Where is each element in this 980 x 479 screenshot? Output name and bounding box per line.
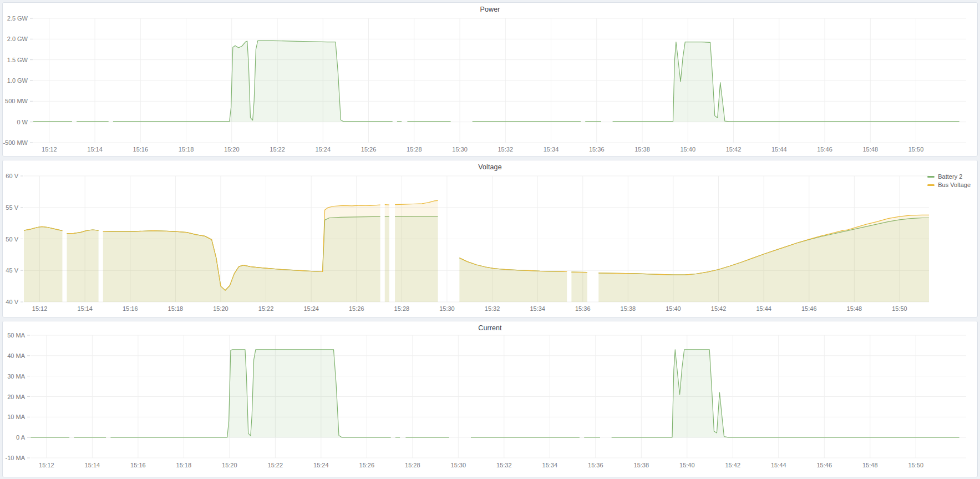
y-tick-label: 2.5 GW xyxy=(7,15,28,22)
series-line xyxy=(612,350,959,437)
x-tick-label: 15:12 xyxy=(39,462,54,468)
x-tick-label: 15:14 xyxy=(85,462,100,468)
x-tick-label: 15:32 xyxy=(498,146,514,153)
power-chart-plot[interactable]: -500 MW0 W500 MW1.0 GW1.5 GW2.0 GW2.5 GW… xyxy=(3,3,977,156)
y-tick-label: 40 MA xyxy=(7,352,25,359)
x-tick-label: 15:28 xyxy=(407,146,422,153)
x-tick-label: 15:40 xyxy=(679,462,695,468)
series-fill xyxy=(110,350,390,437)
x-tick-label: 15:32 xyxy=(485,305,500,312)
x-tick-label: 15:42 xyxy=(726,146,742,153)
y-tick-label: 45 V xyxy=(6,267,18,274)
legend-item-bus-voltage[interactable]: Bus Voltage xyxy=(927,181,971,189)
x-tick-label: 15:48 xyxy=(862,462,878,468)
x-tick-label: 15:20 xyxy=(222,462,237,468)
series-fill xyxy=(598,215,942,302)
series-fill xyxy=(612,350,959,437)
y-tick-label: 2.0 GW xyxy=(7,36,28,42)
y-tick-label: 20 MA xyxy=(7,394,25,400)
x-tick-label: 15:26 xyxy=(361,146,377,153)
x-tick-label: 15:24 xyxy=(316,146,331,153)
x-tick-label: 15:32 xyxy=(496,462,512,468)
series-fill xyxy=(67,230,99,302)
x-tick-label: 15:16 xyxy=(130,462,146,468)
current-chart-plot[interactable]: -10 MA0 A10 MA20 MA30 MA40 MA50 MA15:121… xyxy=(3,321,977,477)
x-tick-label: 15:36 xyxy=(588,462,603,468)
y-tick-label: 1.5 GW xyxy=(7,57,28,63)
y-tick-label: 50 MA xyxy=(7,332,25,339)
x-tick-label: 15:36 xyxy=(589,146,605,153)
y-tick-label: 55 V xyxy=(6,204,18,211)
x-tick-label: 15:44 xyxy=(771,462,786,468)
x-tick-label: 15:46 xyxy=(801,305,817,312)
bus-voltage-series-color-icon xyxy=(927,184,935,186)
x-tick-label: 15:44 xyxy=(771,146,787,153)
x-tick-label: 15:22 xyxy=(270,146,285,153)
x-tick-label: 15:12 xyxy=(32,305,48,312)
x-tick-label: 15:38 xyxy=(621,305,636,312)
x-tick-label: 15:14 xyxy=(87,146,103,153)
voltage-legend: Battery 2 Bus Voltage xyxy=(927,173,971,189)
x-tick-label: 15:16 xyxy=(133,146,149,153)
battery-2-series-color-icon xyxy=(927,176,935,178)
y-tick-label: -10 MA xyxy=(6,455,26,461)
x-tick-label: 15:38 xyxy=(634,146,650,153)
series-line xyxy=(613,42,959,122)
x-tick-label: 15:22 xyxy=(258,305,274,312)
series-line xyxy=(110,350,390,437)
x-tick-label: 15:20 xyxy=(224,146,240,153)
voltage-chart-plot[interactable]: 40 V45 V50 V55 V60 V15:1215:1415:1615:18… xyxy=(3,160,977,317)
x-tick-label: 15:36 xyxy=(575,305,591,312)
legend-item-battery-2[interactable]: Battery 2 xyxy=(927,173,962,180)
x-tick-label: 15:28 xyxy=(394,305,410,312)
panel-title-power: Power xyxy=(3,6,977,13)
series-fill xyxy=(395,200,438,302)
x-tick-label: 15:34 xyxy=(542,462,558,468)
series-group xyxy=(24,200,943,302)
x-tick-label: 15:12 xyxy=(42,146,57,153)
x-tick-label: 15:38 xyxy=(634,462,649,468)
x-tick-label: 15:22 xyxy=(268,462,283,468)
y-tick-label: -500 MW xyxy=(3,139,28,146)
y-tick-label: 0 A xyxy=(16,434,26,441)
x-tick-label: 15:34 xyxy=(544,146,559,153)
series-fill xyxy=(613,42,959,122)
x-tick-label: 15:18 xyxy=(176,462,192,468)
x-tick-label: 15:26 xyxy=(359,462,375,468)
x-tick-label: 15:16 xyxy=(123,305,138,312)
series-line xyxy=(571,272,587,273)
series-group xyxy=(31,350,959,437)
x-tick-label: 15:30 xyxy=(452,146,468,153)
series-fill xyxy=(24,226,62,302)
x-tick-label: 15:46 xyxy=(817,146,832,153)
panel-title-current: Current xyxy=(3,324,977,332)
x-tick-label: 15:28 xyxy=(405,462,420,468)
series-fill xyxy=(385,205,389,302)
x-tick-label: 15:44 xyxy=(756,305,771,312)
series-fill xyxy=(113,41,393,122)
dashboard: { "accent_colors": { "green": "#7eb26d",… xyxy=(0,0,980,479)
x-tick-label: 15:18 xyxy=(179,146,194,153)
series-line xyxy=(113,41,393,122)
y-tick-label: 50 V xyxy=(6,236,18,243)
x-tick-label: 15:42 xyxy=(725,462,741,468)
y-tick-label: 30 MA xyxy=(7,373,25,380)
x-tick-label: 15:24 xyxy=(303,305,319,312)
x-tick-label: 15:50 xyxy=(892,305,907,312)
series-fill xyxy=(103,205,380,302)
series-group xyxy=(33,41,959,122)
panel-current: Current -10 MA0 A10 MA20 MA30 MA40 MA50 … xyxy=(2,321,978,477)
x-tick-label: 15:26 xyxy=(349,305,364,312)
x-tick-label: 15:30 xyxy=(451,462,466,468)
series-line xyxy=(385,205,389,205)
x-tick-label: 15:46 xyxy=(817,462,832,468)
panel-power: Power -500 MW0 W500 MW1.0 GW1.5 GW2.0 GW… xyxy=(2,2,978,157)
y-tick-label: 60 V xyxy=(6,173,18,179)
x-tick-label: 15:14 xyxy=(77,305,93,312)
x-tick-label: 15:30 xyxy=(439,305,455,312)
panel-voltage: Voltage 40 V45 V50 V55 V60 V15:1215:1415… xyxy=(2,160,978,317)
y-tick-label: 1.0 GW xyxy=(7,77,28,84)
y-tick-label: 0 W xyxy=(17,119,28,125)
x-tick-label: 15:50 xyxy=(908,462,923,468)
panel-title-voltage: Voltage xyxy=(3,163,977,171)
